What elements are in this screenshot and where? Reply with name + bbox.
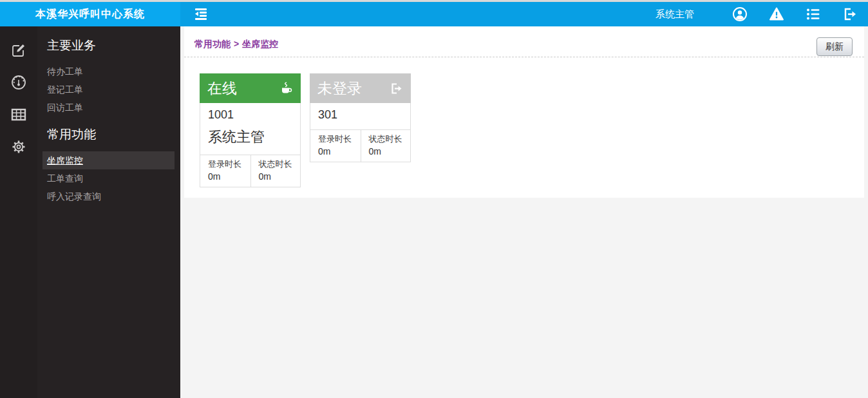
- top-nav-right: 系统主管: [656, 6, 858, 22]
- agent-extension: 301: [318, 108, 402, 122]
- app-title: 本溪华兴呼叫中心系统: [0, 2, 180, 26]
- coffee-icon: [279, 82, 293, 95]
- sidebar-collapse-icon[interactable]: [193, 7, 209, 21]
- sidebar-item-inbound-record-query[interactable]: 呼入记录查询: [37, 187, 180, 205]
- sidebar-item-ticket-query[interactable]: 工单查询: [37, 169, 180, 187]
- content-area: 常用功能>坐席监控 刷新 在线: [180, 26, 868, 398]
- menu-section-common-functions: 常用功能: [37, 117, 180, 151]
- agent-extension: 1001: [208, 108, 292, 122]
- sign-out-icon[interactable]: [842, 6, 858, 22]
- stat-value: 0m: [259, 171, 297, 182]
- agent-card-stats: 登录时长 0m 状态时长 0m: [310, 129, 411, 162]
- gear-icon[interactable]: [10, 138, 27, 155]
- stat-value: 0m: [208, 171, 247, 182]
- sidebar: 主要业务 待办工单 登记工单 回访工单 常用功能 坐席监控 工单查询 呼入记录查…: [0, 26, 180, 398]
- agent-status-label: 在线: [207, 79, 237, 99]
- list-icon[interactable]: [806, 6, 821, 22]
- gauge-icon[interactable]: [10, 74, 27, 91]
- breadcrumb-current[interactable]: 坐席监控: [242, 39, 278, 49]
- state-duration-stat: 状态时长 0m: [250, 155, 301, 187]
- table-icon[interactable]: [10, 106, 27, 123]
- refresh-button[interactable]: 刷新: [816, 37, 853, 56]
- agent-card-header: 在线: [200, 73, 301, 103]
- agent-card-offline: 未登录 301: [310, 73, 411, 162]
- sidebar-item-pending-tickets[interactable]: 待办工单: [37, 62, 180, 81]
- top-nav: 系统主管: [180, 2, 868, 26]
- menu-section-main-business: 主要业务: [37, 37, 180, 62]
- stat-value: 0m: [369, 146, 407, 156]
- content-panel: 常用功能>坐席监控 刷新 在线: [184, 26, 864, 198]
- agent-status-label: 未登录: [317, 79, 362, 99]
- breadcrumb: 常用功能>坐席监控: [194, 39, 278, 50]
- breadcrumb-separator: >: [234, 39, 239, 49]
- sidebar-item-agent-monitor[interactable]: 坐席监控: [42, 151, 175, 169]
- stat-label: 登录时长: [208, 158, 247, 170]
- agent-card-online: 在线 1001 系统: [200, 73, 301, 187]
- sign-out-icon: [390, 82, 403, 95]
- stat-label: 登录时长: [318, 133, 357, 145]
- sidebar-menu: 主要业务 待办工单 登记工单 回访工单 常用功能 坐席监控 工单查询 呼入记录查…: [37, 26, 180, 398]
- user-circle-icon[interactable]: [732, 6, 748, 22]
- agent-card-stats: 登录时长 0m 状态时长 0m: [200, 155, 301, 187]
- stat-value: 0m: [318, 146, 357, 156]
- agent-card-body: 301: [310, 103, 411, 129]
- stat-label: 状态时长: [369, 133, 407, 145]
- sidebar-icon-rail: [0, 26, 37, 398]
- edit-icon[interactable]: [10, 42, 27, 59]
- breadcrumb-parent[interactable]: 常用功能: [194, 39, 231, 49]
- agent-card-body: 1001 系统主管: [200, 103, 301, 155]
- sidebar-item-register-tickets[interactable]: 登记工单: [37, 81, 180, 99]
- login-duration-stat: 登录时长 0m: [200, 155, 250, 187]
- stat-label: 状态时长: [259, 158, 297, 170]
- breadcrumb-row: 常用功能>坐席监控 刷新: [184, 26, 864, 57]
- current-user-label[interactable]: 系统主管: [656, 8, 694, 21]
- sidebar-item-callback-tickets[interactable]: 回访工单: [37, 99, 180, 117]
- login-duration-stat: 登录时长 0m: [310, 130, 361, 162]
- agent-status-cards: 在线 1001 系统: [184, 57, 864, 187]
- state-duration-stat: 状态时长 0m: [361, 130, 411, 162]
- agent-name: 系统主管: [208, 128, 292, 147]
- agent-card-header: 未登录: [310, 73, 411, 103]
- app-window: 本溪华兴呼叫中心系统 系统主管: [0, 0, 868, 398]
- top-bar: 本溪华兴呼叫中心系统 系统主管: [0, 2, 868, 26]
- warning-icon[interactable]: [769, 6, 784, 22]
